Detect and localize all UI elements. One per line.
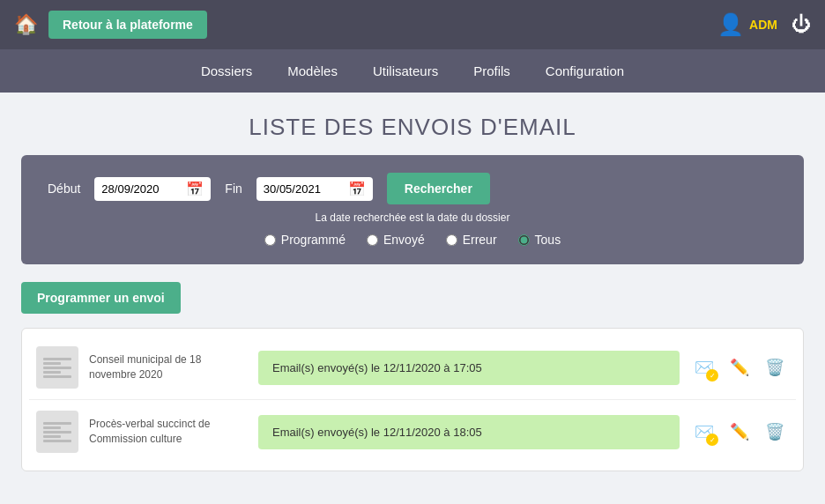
fin-date-input[interactable] (264, 182, 343, 196)
home-icon[interactable]: 🏠 (14, 13, 38, 36)
dossier-info-1: Conseil municipal de 18 novembre 2020 (89, 352, 248, 382)
email-status-2: Email(s) envoyé(s) le 12/11/2020 à 18:05 (258, 415, 680, 449)
filter-row2: Programmé Envoyé Erreur Tous (48, 233, 777, 247)
main-nav: Dossiers Modèles Utilisateurs Profils Co… (0, 49, 825, 93)
nav-item-configuration[interactable]: Configuration (546, 63, 624, 78)
radio-programme[interactable]: Programmé (264, 233, 346, 247)
user-icon: 👤 (717, 12, 744, 37)
row-actions-2: ✉️ ✓ ✏️ 🗑️ (690, 418, 789, 446)
email-view-button-1[interactable]: ✉️ ✓ (690, 353, 718, 382)
debut-label: Début (48, 182, 80, 196)
filter-hint: La date recherchée est la date du dossie… (48, 211, 777, 224)
nav-item-profils[interactable]: Profils (473, 63, 510, 78)
edit-button-2[interactable]: ✏️ (725, 418, 754, 446)
filter-box: Début 📅 Fin 📅 Rechercher La date recherc… (21, 155, 804, 264)
power-icon[interactable]: ⏻ (792, 13, 811, 36)
radio-tous[interactable]: Tous (518, 233, 561, 247)
radio-envoye-label: Envoyé (383, 233, 425, 247)
radio-tous-label: Tous (535, 233, 561, 247)
table-row: Procès-verbal succinct de Commission cul… (29, 400, 796, 463)
email-status-1: Email(s) envoyé(s) le 12/11/2020 à 17:05 (258, 351, 680, 385)
fin-date-wrap: 📅 (256, 177, 373, 201)
header-left: 🏠 Retour à la plateforme (14, 11, 207, 39)
check-badge-2: ✓ (706, 434, 718, 446)
nav-item-modeles[interactable]: Modèles (287, 63, 338, 78)
radio-programme-input[interactable] (264, 234, 276, 246)
radio-envoye-input[interactable] (367, 234, 378, 246)
dossier-info-2: Procès-verbal succinct de Commission cul… (89, 417, 248, 447)
fin-label: Fin (225, 182, 242, 196)
radio-erreur[interactable]: Erreur (446, 233, 497, 247)
nav-item-dossiers[interactable]: Dossiers (201, 63, 252, 78)
dossier-thumbnail-1 (36, 346, 78, 389)
edit-button-1[interactable]: ✏️ (725, 353, 754, 382)
programmer-envoi-button[interactable]: Programmer un envoi (21, 282, 181, 314)
calendar-icon-fin: 📅 (348, 181, 366, 197)
delete-button-1[interactable]: 🗑️ (761, 353, 789, 382)
radio-tous-input[interactable] (518, 234, 530, 246)
calendar-icon-debut: 📅 (186, 181, 204, 197)
rechercher-button[interactable]: Rechercher (387, 173, 490, 204)
user-area: 👤 ADM (717, 12, 777, 37)
delete-button-2[interactable]: 🗑️ (761, 418, 789, 446)
radio-programme-label: Programmé (281, 233, 346, 247)
radio-erreur-label: Erreur (463, 233, 497, 247)
debut-date-input[interactable] (101, 182, 181, 196)
header: 🏠 Retour à la plateforme 👤 ADM ⏻ (0, 0, 825, 49)
header-right: 👤 ADM ⏻ (717, 12, 811, 37)
row-actions-1: ✉️ ✓ ✏️ 🗑️ (690, 353, 789, 382)
main-content: Début 📅 Fin 📅 Rechercher La date recherc… (0, 155, 825, 493)
email-view-button-2[interactable]: ✉️ ✓ (690, 418, 718, 446)
dossier-title-1: Conseil municipal de 18 novembre 2020 (89, 353, 201, 381)
check-badge-1: ✓ (706, 369, 718, 382)
page-title-area: LISTE DES ENVOIS D'EMAIL (0, 93, 825, 155)
filter-row1: Début 📅 Fin 📅 Rechercher (48, 173, 777, 204)
radio-envoye[interactable]: Envoyé (367, 233, 425, 247)
email-list: Conseil municipal de 18 novembre 2020 Em… (21, 328, 804, 471)
radio-erreur-input[interactable] (446, 234, 457, 246)
dossier-thumbnail-2 (36, 411, 78, 453)
user-label: ADM (749, 18, 777, 32)
table-row: Conseil municipal de 18 novembre 2020 Em… (29, 336, 796, 400)
debut-date-wrap: 📅 (94, 177, 211, 201)
retour-button[interactable]: Retour à la plateforme (48, 11, 207, 39)
page-title: LISTE DES ENVOIS D'EMAIL (0, 114, 825, 141)
dossier-title-2: Procès-verbal succinct de Commission cul… (89, 418, 210, 445)
nav-item-utilisateurs[interactable]: Utilisateurs (373, 63, 438, 78)
